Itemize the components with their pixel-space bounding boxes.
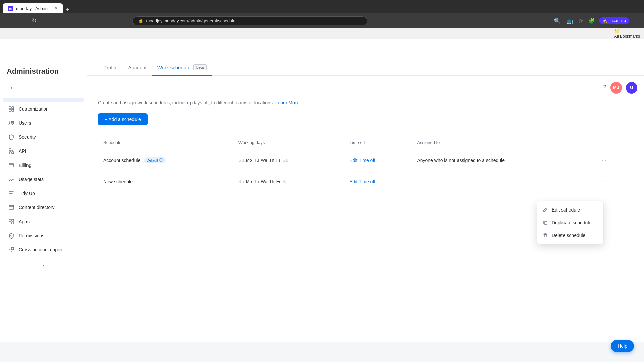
table-row: New schedule Su Mo Tu We Th bbox=[98, 171, 633, 192]
sidebar-label-permissions: Permissions bbox=[19, 233, 44, 238]
cross-account-copier-icon bbox=[8, 246, 15, 253]
apps-icon bbox=[8, 218, 15, 225]
sidebar-item-content-directory[interactable]: Content directory bbox=[3, 201, 84, 214]
new-tab-button[interactable]: + bbox=[63, 6, 72, 13]
default-badge-label: Default bbox=[147, 158, 158, 162]
context-menu-edit-schedule[interactable]: Edit schedule bbox=[537, 203, 603, 216]
avatar-initials-secondary: MJ bbox=[613, 85, 619, 90]
more-menu-btn[interactable]: ⋮ bbox=[632, 16, 640, 25]
tab-close-btn[interactable]: × bbox=[55, 5, 58, 11]
svg-rect-7 bbox=[12, 109, 14, 111]
bookmark-btn[interactable]: ☆ bbox=[577, 16, 584, 25]
col-header-assigned-to: Assigned to bbox=[412, 136, 593, 149]
schedule-name-text: Account schedule bbox=[103, 158, 141, 163]
sidebar-title: Administration bbox=[7, 67, 80, 76]
duplicate-schedule-icon bbox=[542, 220, 548, 226]
context-menu-delete-schedule[interactable]: Delete schedule bbox=[537, 229, 603, 242]
default-badge: Default ⓘ bbox=[144, 157, 166, 163]
more-actions-btn-row1[interactable]: ··· bbox=[599, 155, 610, 165]
sidebar-item-billing[interactable]: Billing bbox=[3, 159, 84, 172]
page-subtitle: Create and assign work schedules, includ… bbox=[98, 100, 633, 105]
forward-navigation-btn[interactable]: → bbox=[17, 16, 27, 26]
delete-schedule-icon bbox=[542, 232, 548, 238]
svg-rect-12 bbox=[9, 164, 14, 167]
working-days-cell-2: Su Mo Tu We Th Fr Sa bbox=[233, 171, 344, 192]
browser-chrome: m monday - Admin × + ← → ↻ 🔒 moodjoy.mon… bbox=[0, 0, 644, 39]
col-header-schedule: Schedule bbox=[98, 136, 233, 149]
sidebar-label-cross-account-copier: Cross account copier bbox=[19, 247, 63, 252]
sidebar-item-users[interactable]: Users bbox=[3, 116, 84, 130]
context-menu: Edit schedule Duplicate schedule Delete … bbox=[537, 201, 604, 244]
duplicate-schedule-label: Duplicate schedule bbox=[552, 220, 591, 225]
cast-btn[interactable]: 📺 bbox=[565, 16, 574, 25]
schedule-name-text-2: New schedule bbox=[103, 179, 133, 184]
learn-more-link[interactable]: Learn More bbox=[275, 100, 300, 105]
table-header-row: Schedule Working days Time off Assigned … bbox=[98, 136, 633, 149]
help-button-floating[interactable]: Help bbox=[611, 340, 634, 342]
svg-rect-21 bbox=[544, 222, 547, 224]
day-mo-2: Mo bbox=[246, 179, 252, 184]
search-web-btn[interactable]: 🔍 bbox=[553, 16, 562, 25]
svg-rect-5 bbox=[12, 107, 14, 109]
sidebar-label-users: Users bbox=[19, 120, 31, 126]
tab-profile[interactable]: Profile bbox=[98, 59, 123, 76]
edit-schedule-label: Edit schedule bbox=[552, 207, 580, 213]
browser-tab-active[interactable]: m monday - Admin × bbox=[3, 3, 63, 13]
sidebar-item-customization[interactable]: Customization bbox=[3, 102, 84, 116]
sidebar-item-cross-account-copier[interactable]: Cross account copier bbox=[3, 243, 84, 256]
tab-profile-label: Profile bbox=[103, 65, 118, 70]
sidebar-scroll-down-btn[interactable]: ⌄ bbox=[41, 261, 46, 267]
tidy-up-icon bbox=[8, 190, 15, 197]
day-su-2: Su bbox=[238, 179, 244, 184]
all-bookmarks-link[interactable]: All Bookmarks bbox=[614, 34, 640, 39]
svg-rect-19 bbox=[11, 247, 14, 250]
sidebar-item-security[interactable]: Security bbox=[3, 130, 84, 144]
svg-rect-4 bbox=[9, 107, 11, 109]
help-button[interactable]: ? bbox=[603, 84, 606, 91]
col-header-time-off: Time off bbox=[344, 136, 412, 149]
day-th-2: Th bbox=[269, 179, 274, 184]
tab-account[interactable]: Account bbox=[123, 59, 152, 76]
day-th: Th bbox=[269, 158, 274, 163]
address-bar[interactable]: 🔒 moodjoy.monday.com/admin/general/sched… bbox=[132, 16, 367, 25]
tab-work-schedule[interactable]: Work schedule Beta bbox=[152, 59, 212, 76]
sidebar-label-apps: Apps bbox=[19, 219, 30, 224]
table-header: Schedule Working days Time off Assigned … bbox=[98, 136, 633, 149]
svg-rect-13 bbox=[10, 166, 11, 166]
day-we-2: We bbox=[261, 179, 267, 184]
svg-rect-14 bbox=[9, 205, 14, 209]
api-icon bbox=[8, 148, 15, 155]
reload-btn[interactable]: ↻ bbox=[30, 16, 39, 26]
sidebar-item-permissions[interactable]: Permissions bbox=[3, 229, 84, 242]
edit-time-off-btn-row2[interactable]: Edit Time off bbox=[349, 179, 375, 184]
tab-title: monday - Admin bbox=[16, 6, 48, 11]
context-menu-duplicate-schedule[interactable]: Duplicate schedule bbox=[537, 216, 603, 229]
sidebar-item-tidy-up[interactable]: Tidy Up bbox=[3, 187, 84, 200]
back-navigation-btn[interactable]: ← bbox=[4, 16, 14, 26]
incognito-chip[interactable]: 🕵 Incognito bbox=[599, 17, 629, 24]
edit-time-off-btn-row1[interactable]: Edit Time off bbox=[349, 158, 375, 163]
default-info-icon[interactable]: ⓘ bbox=[159, 158, 163, 163]
bookmarks-label-container: 📁 All Bookmarks bbox=[614, 28, 640, 39]
svg-rect-11 bbox=[12, 152, 14, 154]
browser-actions: 🔍 📺 ☆ 🧩 🕵 Incognito ⋮ bbox=[553, 16, 640, 25]
back-button[interactable]: ← bbox=[7, 82, 19, 93]
avatar-secondary[interactable]: MJ bbox=[610, 82, 622, 94]
sidebar-item-api[interactable]: API bbox=[3, 144, 84, 158]
delete-schedule-label: Delete schedule bbox=[552, 233, 585, 238]
app-layout: ← ? MJ U Administration Learn more Gener… bbox=[0, 39, 644, 342]
sidebar-item-apps[interactable]: Apps bbox=[3, 215, 84, 228]
working-days-cell: Su Mo Tu We Th Fr Sa bbox=[233, 149, 344, 171]
page-tabs: Profile Account Work schedule Beta bbox=[87, 59, 644, 76]
avatar-primary[interactable]: U bbox=[626, 82, 637, 94]
schedule-table: Schedule Working days Time off Assigned … bbox=[98, 136, 633, 192]
sidebar-label-api: API bbox=[19, 148, 26, 154]
sidebar-item-usage-stats[interactable]: Usage stats bbox=[3, 173, 84, 186]
extension-btn[interactable]: 🧩 bbox=[587, 16, 596, 25]
permissions-icon bbox=[8, 232, 15, 239]
more-actions-btn-row2[interactable]: ··· bbox=[599, 176, 610, 187]
svg-text:m: m bbox=[9, 7, 12, 10]
day-mo: Mo bbox=[246, 158, 252, 163]
day-su: Su bbox=[238, 158, 244, 163]
add-schedule-button[interactable]: + Add a schedule bbox=[98, 113, 148, 125]
